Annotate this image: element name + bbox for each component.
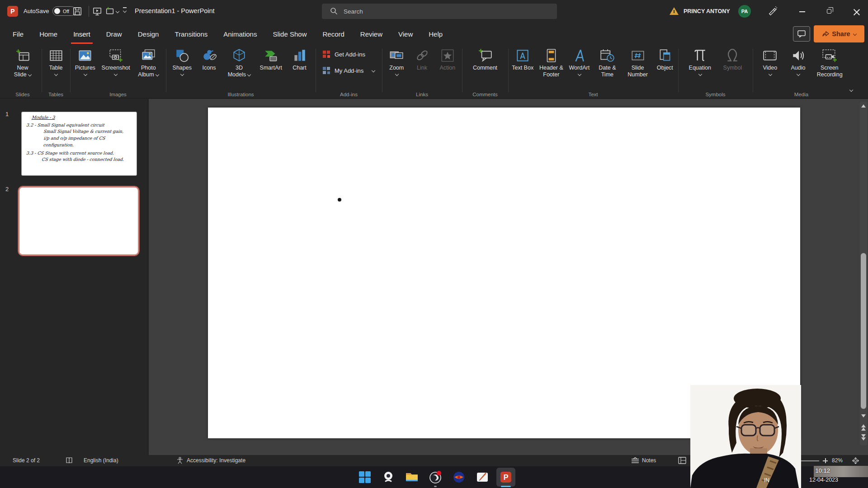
screen-recording-icon bbox=[822, 48, 837, 63]
avatar[interactable]: PA bbox=[738, 5, 751, 18]
zoom-slider[interactable] bbox=[799, 460, 819, 461]
table-button[interactable]: Table bbox=[45, 47, 67, 77]
warning-icon[interactable] bbox=[670, 7, 679, 15]
user-name[interactable]: PRINCY ANTONY bbox=[684, 8, 730, 14]
tab-help[interactable]: Help bbox=[428, 28, 443, 40]
get-addins-button[interactable]: Get Add-ins bbox=[322, 50, 375, 59]
scrollbar-thumb[interactable] bbox=[861, 253, 866, 409]
tab-insert[interactable]: Insert bbox=[72, 28, 91, 40]
tab-file[interactable]: File bbox=[12, 28, 24, 40]
taskbar-camera-app[interactable] bbox=[377, 466, 400, 488]
tab-design[interactable]: Design bbox=[137, 28, 160, 40]
new-comment-icon bbox=[477, 48, 493, 63]
comments-button[interactable] bbox=[793, 26, 810, 42]
search-input[interactable] bbox=[322, 4, 557, 19]
collapse-ribbon-button[interactable] bbox=[847, 87, 856, 94]
quick-new-slide-chevron[interactable] bbox=[116, 10, 119, 13]
chart-button[interactable]: Chart bbox=[288, 47, 310, 72]
symbol-icon bbox=[725, 48, 740, 63]
taskbar-file-explorer[interactable] bbox=[400, 466, 424, 488]
taskbar-media-app[interactable] bbox=[447, 466, 471, 488]
powerpoint-logo-icon[interactable]: P bbox=[7, 6, 18, 17]
screenshot-button[interactable]: Screenshot bbox=[100, 47, 131, 77]
tab-animations[interactable]: Animations bbox=[222, 28, 258, 40]
share-button[interactable]: Share bbox=[814, 25, 864, 42]
shapes-button[interactable]: Shapes bbox=[171, 47, 193, 77]
header-footer-button[interactable]: Header & Footer bbox=[537, 47, 565, 79]
save-icon[interactable] bbox=[72, 6, 82, 16]
header-footer-icon bbox=[543, 48, 559, 63]
start-slideshow-icon[interactable] bbox=[92, 6, 102, 16]
tray-clock-time[interactable]: 10:12 bbox=[796, 467, 830, 474]
tab-transitions[interactable]: Transitions bbox=[174, 28, 208, 40]
vertical-scrollbar[interactable] bbox=[860, 102, 867, 445]
object-button[interactable]: Object bbox=[654, 47, 676, 72]
tab-home[interactable]: Home bbox=[38, 28, 58, 40]
my-addins-button[interactable]: My Add-ins bbox=[322, 66, 375, 75]
previous-slide-button[interactable] bbox=[861, 424, 866, 427]
scroll-up-arrow[interactable] bbox=[861, 104, 866, 108]
accessibility-status[interactable]: Accessibility: Investigate bbox=[187, 457, 245, 464]
smartart-icon bbox=[263, 48, 278, 63]
obs-studio-icon bbox=[429, 470, 442, 484]
slide-2-thumbnail-selected[interactable] bbox=[18, 186, 139, 256]
previous-slide-button-2[interactable] bbox=[861, 427, 866, 431]
windows-start-icon bbox=[358, 470, 372, 484]
audio-icon bbox=[791, 48, 806, 63]
running-indicator bbox=[434, 486, 437, 487]
photo-album-button[interactable]: Photo Album bbox=[134, 47, 162, 79]
taskbar-obs-studio[interactable] bbox=[424, 466, 447, 488]
close-button[interactable] bbox=[846, 0, 867, 23]
tab-slideshow[interactable]: Slide Show bbox=[272, 28, 307, 40]
zoom-level[interactable]: 82% bbox=[832, 457, 843, 464]
minimize-button[interactable] bbox=[792, 0, 813, 23]
language-indicator[interactable]: English (India) bbox=[84, 457, 118, 464]
taskbar-powerpoint[interactable]: P bbox=[494, 466, 518, 488]
slide-1-thumbnail[interactable]: Module - 3 3.2 - Small Signal equivalent… bbox=[21, 112, 137, 176]
action-icon bbox=[440, 48, 455, 63]
taskbar-whiteboard-app[interactable] bbox=[471, 466, 494, 488]
text-box-icon bbox=[515, 48, 530, 63]
wordart-button[interactable]: WordArt bbox=[568, 47, 591, 77]
slide-number-button[interactable]: Slide Number bbox=[624, 47, 652, 79]
new-slide-button[interactable]: New Slide bbox=[9, 47, 37, 79]
action-button: Action bbox=[437, 47, 458, 72]
normal-view-icon[interactable] bbox=[678, 457, 686, 464]
spellcheck-icon[interactable] bbox=[66, 457, 73, 464]
video-icon bbox=[762, 48, 778, 63]
notes-button[interactable]: Notes bbox=[642, 457, 656, 464]
slide-indicator[interactable]: Slide 2 of 2 bbox=[13, 457, 40, 464]
tab-review[interactable]: Review bbox=[359, 28, 383, 40]
zoom-in-button[interactable] bbox=[823, 458, 828, 463]
pen-feature-icon[interactable] bbox=[768, 6, 778, 16]
video-button[interactable]: Video bbox=[759, 47, 781, 77]
customize-qat-chevron[interactable] bbox=[123, 9, 126, 13]
tab-view[interactable]: View bbox=[397, 28, 414, 40]
audio-button[interactable]: Audio bbox=[788, 47, 809, 77]
start-button[interactable] bbox=[353, 466, 377, 488]
tray-clock-date[interactable]: 12-04-2023 bbox=[788, 477, 838, 483]
smartart-button[interactable]: SmartArt bbox=[259, 47, 283, 72]
quick-new-slide-icon[interactable] bbox=[105, 6, 115, 16]
group-links: Zoom Link Action bbox=[382, 45, 462, 99]
equation-button[interactable]: Equation bbox=[688, 47, 712, 77]
object-icon bbox=[657, 48, 673, 63]
tab-draw[interactable]: Draw bbox=[105, 28, 123, 40]
next-slide-button-2[interactable] bbox=[861, 437, 866, 441]
pictures-button[interactable]: Pictures bbox=[74, 47, 97, 77]
screen-recording-button[interactable]: Screen Recording bbox=[816, 47, 844, 79]
comment-button[interactable]: Comment bbox=[472, 47, 499, 72]
date-time-button[interactable]: Date & Time bbox=[593, 47, 621, 79]
3d-models-button[interactable]: 3D Models bbox=[225, 47, 253, 79]
fit-slide-icon[interactable] bbox=[852, 457, 859, 465]
icons-button[interactable]: Icons bbox=[198, 47, 220, 72]
tab-record[interactable]: Record bbox=[321, 28, 345, 40]
presenter-video bbox=[690, 385, 801, 488]
tray-language-indicator[interactable]: IN bbox=[764, 477, 769, 483]
restore-button[interactable] bbox=[819, 0, 840, 23]
autosave-label: AutoSave bbox=[24, 8, 49, 14]
next-slide-button[interactable] bbox=[861, 434, 866, 437]
scroll-down-arrow[interactable] bbox=[861, 414, 866, 418]
text-box-button[interactable]: Text Box bbox=[510, 47, 535, 72]
zoom-button[interactable]: Zoom bbox=[386, 47, 407, 77]
